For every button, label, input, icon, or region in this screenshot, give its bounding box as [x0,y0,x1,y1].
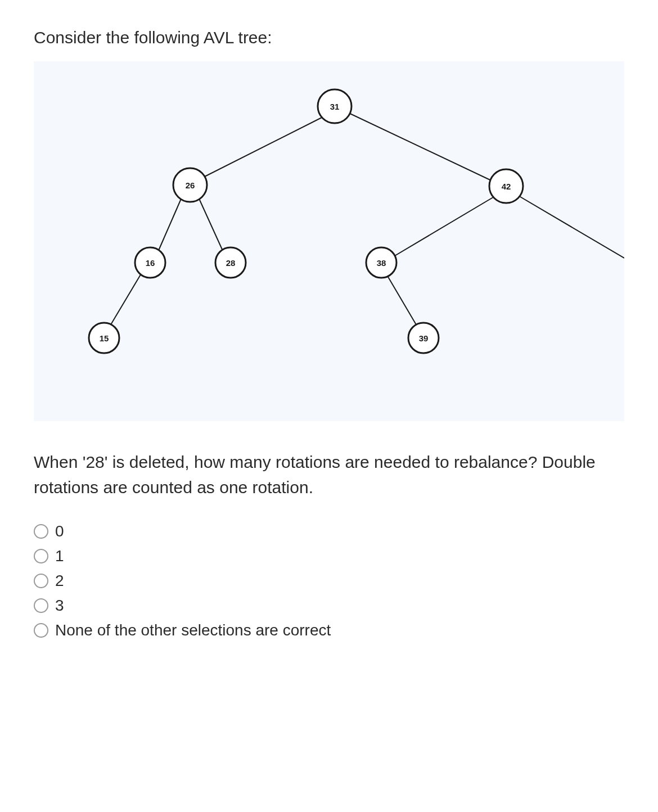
radio-button[interactable] [34,598,48,613]
svg-text:28: 28 [226,258,236,268]
svg-text:42: 42 [502,182,511,191]
tree-node-26: 26 [173,168,207,202]
radio-button[interactable] [34,623,48,638]
edge-26-28 [198,196,226,258]
svg-text:38: 38 [377,258,386,268]
tree-node-15: 15 [89,323,119,353]
option-label: 0 [55,522,64,540]
option-none[interactable]: None of the other selections are correct [34,621,624,639]
tree-node-42: 42 [489,169,523,203]
radio-button[interactable] [34,549,48,563]
option-2[interactable]: 2 [34,572,624,590]
option-label: 2 [55,572,64,590]
tree-node-28: 28 [215,247,246,278]
option-label: None of the other selections are correct [55,621,331,639]
svg-text:39: 39 [419,333,429,343]
svg-text:15: 15 [100,333,109,343]
edge-26-16 [155,196,182,258]
edge-42-right [517,195,624,258]
tree-node-39: 39 [408,323,439,353]
edge-31-42 [346,112,496,183]
radio-button[interactable] [34,524,48,539]
edge-38-39 [387,275,421,332]
avl-tree-diagram: 31 26 42 16 28 38 15 [34,61,624,421]
option-3[interactable]: 3 [34,597,624,615]
tree-svg: 31 26 42 16 28 38 15 [34,61,624,421]
tree-node-16: 16 [135,247,165,278]
option-0[interactable]: 0 [34,522,624,540]
tree-node-31: 31 [318,89,351,123]
option-label: 3 [55,597,64,615]
svg-text:31: 31 [330,102,340,111]
question-prompt: When '28' is deleted, how many rotations… [34,449,624,500]
options-list: 0 1 2 3 None of the other selections are… [34,522,624,639]
edge-16-15 [107,273,142,331]
edge-31-26 [199,115,326,179]
tree-node-38: 38 [366,247,396,278]
edge-42-38 [391,196,495,258]
svg-text:26: 26 [186,181,195,190]
radio-button[interactable] [34,574,48,588]
option-1[interactable]: 1 [34,547,624,565]
question-heading: Consider the following AVL tree: [34,28,624,47]
option-label: 1 [55,547,64,565]
svg-text:16: 16 [146,258,155,268]
